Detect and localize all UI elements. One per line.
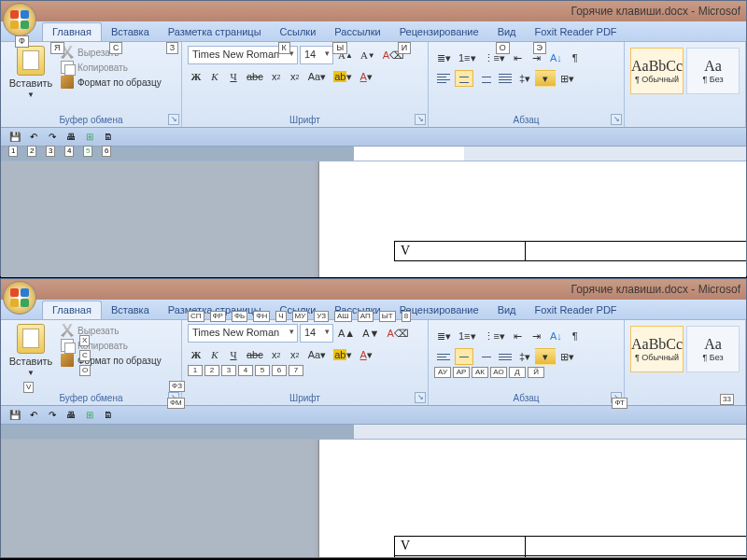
group-font: Times New Roman 14 A▲ A▼ A⌫ Ж К Ч abc x2… [182,42,429,127]
underline-button[interactable]: Ч [225,68,242,85]
format-painter-button[interactable]: Формат по образцу [61,354,162,367]
keytip-paste: V [23,382,34,393]
window-title: Горячие клавиши.docx - Microsof [571,283,740,296]
shrink-font-button[interactable]: A▼ [358,47,378,63]
tab-Рассылки[interactable]: РассылкиЫ [325,23,389,41]
paste-button[interactable]: Вставить ▼ V [7,324,55,377]
qat-preview[interactable]: 🗎6 [102,131,115,144]
tab-Вид[interactable]: Вид [488,301,526,319]
sort-button[interactable]: A↓ [547,49,565,66]
clear-format-button[interactable]: A⌫ [384,325,411,342]
dialog-launcher-paragraph[interactable]: ↘ [611,114,622,125]
tab-Foxit Reader PDF[interactable]: Foxit Reader PDF [526,301,627,319]
change-case-button[interactable]: Aa▾ [305,68,329,85]
tab-Рецензирование[interactable]: РецензированиеИ [390,23,488,41]
qat-print[interactable]: 🖶4 [64,131,78,144]
highlight-button[interactable]: ab▾ [331,68,355,85]
tab-Главная[interactable]: Главная [42,301,102,319]
copy-button[interactable]: Копировать [61,61,162,74]
dialog-launcher-clipboard[interactable]: ↘ [168,114,179,125]
ruler [1,147,746,161]
numbering-button[interactable]: 1≡▾ [456,49,479,66]
table-cell[interactable]: V [395,242,526,261]
align-right-button[interactable] [475,70,494,87]
document-area[interactable]: V [1,161,746,277]
strike-button[interactable]: abc [244,68,266,85]
ribbon: Вставить ▼ Вырезать Копировать Формат по… [1,42,746,128]
titlebar: Горячие клавиши.docx - Microsof [1,279,746,300]
font-size-combo[interactable]: 14 [300,324,333,343]
font-name-combo[interactable]: Times New Roman [188,324,298,343]
brush-icon [61,76,74,89]
grow-font-button[interactable]: A▲ [335,325,358,342]
style-normal[interactable]: AaBbCc ¶ Обычный [630,48,684,94]
bold-button[interactable]: Ж [188,68,204,85]
group-styles: AaBbCc ¶ Обычный Aa ¶ Без [625,42,746,127]
paste-button[interactable]: Вставить ▼ [7,46,55,99]
group-label-clipboard: Буфер обмена [7,113,176,127]
copy-button[interactable]: Копировать [61,339,162,352]
align-left-button[interactable] [434,70,453,87]
bullets-button[interactable]: ≣▾ [434,49,454,66]
group-styles: AaBbCc¶ Обычный Aa¶ Без 33 [625,320,746,405]
format-painter-button[interactable]: Формат по образцу [61,76,162,89]
justify-button[interactable] [496,70,514,87]
tab-Вставка[interactable]: ВставкаС [102,23,159,41]
tab-Foxit Reader PDF[interactable]: Foxit Reader PDFЭ [526,23,627,41]
dec-indent-button[interactable]: ⇤ [510,49,527,66]
superscript-button[interactable]: x2 [287,68,303,85]
titlebar: Горячие клавиши.docx - Microsof [1,1,746,21]
style-nospacing[interactable]: Aa ¶ Без [686,48,740,94]
quick-access-toolbar: 💾1 ↶2 ↷3 🖶4 ⊞5 🗎6 [1,128,746,147]
paste-icon [17,324,45,354]
group-label-font: Шрифт [188,113,422,127]
document-area[interactable]: V Ctrl + DВызов диалогового окна "Шрифт" [1,440,746,557]
office-button[interactable]: Ф [3,3,36,36]
tab-Разметка страницы[interactable]: Разметка страницыЗ [159,23,271,41]
tab-Главная[interactable]: ГлавнаяЯ [42,22,102,41]
group-paragraph: ≣▾ 1≡▾ ⋮≡▾ ⇤ ⇥ A↓ ¶ ‡▾ ▾ ⊞▾ Абзац ↘ [429,42,625,127]
group-font: Times New Roman 14 A▲ A▼ A⌫ Ж К Ч abc x2… [182,320,429,405]
shading-button[interactable]: ▾ [535,70,556,87]
qat-save[interactable]: 💾1 [8,131,21,144]
subscript-button[interactable]: x2 [268,68,285,85]
paste-label: Вставить [9,77,53,89]
dialog-launcher-font[interactable]: ↘ [415,114,426,125]
tab-Ссылки[interactable]: СсылкиК [271,23,326,41]
tab-Вид[interactable]: ВидО [488,23,526,41]
group-paragraph: ≣▾1≡▾⋮≡▾ ⇤⇥ A↓¶ ‡▾ ▾ ⊞▾ АУАРАКАОДЙ Абзац… [429,320,625,405]
group-clipboard: Вставить ▼ V Вырезать Х Копировать С Фор… [1,320,182,405]
paste-icon [17,46,45,76]
cut-button[interactable]: Вырезать [61,324,162,337]
group-clipboard: Вставить ▼ Вырезать Копировать Формат по… [1,42,182,127]
quick-access-toolbar: 💾↶↷ 🖶⊞🗎 [1,406,746,425]
ruler [1,425,746,440]
copy-icon [61,61,74,74]
borders-button[interactable]: ⊞▾ [557,70,577,87]
office-button[interactable] [3,281,36,315]
qat-undo[interactable]: ↶2 [27,131,40,144]
qat-redo[interactable]: ↷3 [46,131,59,144]
group-label-paragraph: Абзац [434,113,618,127]
font-size-combo[interactable]: 14 [300,46,333,64]
ribbon: Вставить ▼ V Вырезать Х Копировать С Фор… [1,320,746,406]
keytip-office: Ф [15,35,29,48]
italic-button[interactable]: К [206,68,223,85]
align-center-button[interactable] [455,70,473,87]
show-marks-button[interactable]: ¶ [567,49,584,66]
window-title: Горячие клавиши.docx - Microsof [571,5,740,18]
ribbon-tabs: ГлавнаяЯВставкаСРазметка страницыЗСсылки… [1,21,746,42]
qat-table[interactable]: ⊞5 [83,131,96,144]
line-spacing-button[interactable]: ‡▾ [516,70,533,87]
font-color-button[interactable]: A▾ [357,68,374,85]
shrink-font-button[interactable]: A▼ [359,325,382,342]
tab-Вставка[interactable]: Вставка [102,301,159,319]
